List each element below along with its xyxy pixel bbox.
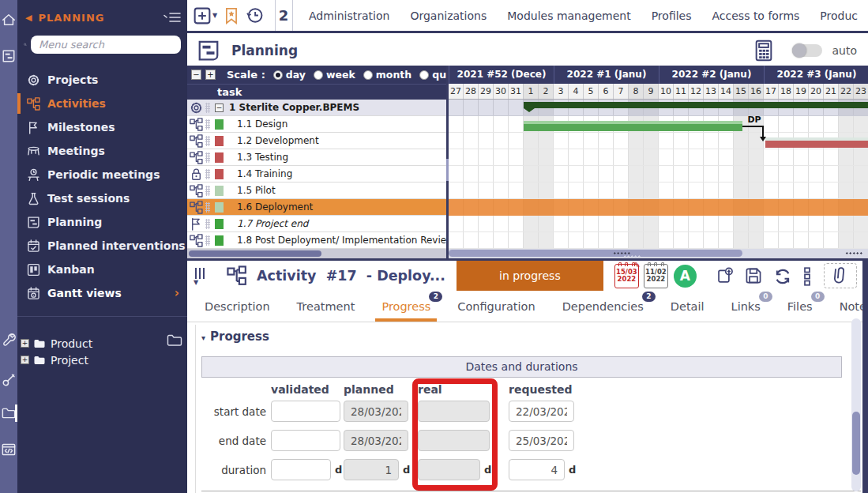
sidebar-item-periodic-meetings[interactable]: Periodic meetings [17,163,187,186]
task-row-1-3-testing[interactable]: 1.3 Testing [187,149,446,166]
chart-hscrollbar[interactable] [449,249,868,258]
menu-item-organizations[interactable]: Organizations [400,9,497,22]
add-time-icon[interactable] [716,267,734,284]
menu-item-modules-management[interactable]: Modules management [497,9,641,22]
tree-item-project[interactable]: +Project [21,352,184,368]
tools-icon[interactable] [2,373,16,387]
tab-detail[interactable]: Detail [671,291,705,322]
start-date-requested-input[interactable] [509,401,574,422]
duration-requested-input[interactable] [509,459,565,480]
add-button[interactable]: ▼ [194,7,217,24]
duration-validated-input[interactable] [271,459,331,480]
task-pane-hscrollbar[interactable] [187,249,446,258]
sidebar-item-projects[interactable]: Projects [17,68,187,92]
task-row-1-1-design[interactable]: 1.1 Design [187,116,446,133]
expand-all-button[interactable]: + [205,70,216,80]
tab-dependencies[interactable]: Dependencies2 [562,291,644,322]
save-icon[interactable] [745,267,762,284]
kebab-menu-icon[interactable] [802,267,813,284]
sidebar-item-planned-interventions[interactable]: Planned interventions [17,234,187,258]
sidebar-item-activities[interactable]: Activities [17,92,187,115]
folder-outline-icon[interactable] [167,333,182,347]
drag-columns-icon[interactable]: ▼ [194,266,208,286]
expand-plus-icon[interactable]: + [21,356,29,364]
bookmark-star-icon[interactable] [224,7,239,24]
notification-count[interactable]: 2 [276,7,292,24]
refresh-icon[interactable] [773,267,791,284]
code-icon[interactable] [2,442,16,457]
calendar-date-icon[interactable]: 11/022022 [644,264,668,288]
drag-handle[interactable] [205,136,210,146]
progress-section-header[interactable]: ▾Progress [201,329,269,344]
task-row-1-8-post-deployment-implementation-review[interactable]: 1.8 Post Deployment/ Implementation Revi… [187,232,446,249]
expand-plus-icon[interactable]: + [21,339,29,348]
menu-item-produc[interactable]: Produc [810,9,868,22]
task-row-1-sterlite-copper-bpems[interactable]: −1 Sterlite Copper.BPEMS [187,100,446,116]
end-date-validated-input[interactable] [271,430,340,451]
drag-handle[interactable] [205,119,210,130]
calendar-date-icon[interactable]: 15/032022✎ [614,264,639,288]
sidebar-item-milestones[interactable]: Milestones [17,115,187,139]
start-date-validated-input[interactable] [271,401,340,422]
sidebar-item-gantt-views[interactable]: Gantt views› [17,281,187,305]
collapse-all-button[interactable]: − [191,70,201,80]
scrollbar-grip[interactable] [845,252,862,254]
scrollbar-grip[interactable] [613,252,630,254]
scrollbar-thumb[interactable] [852,412,860,475]
gantt-task-bar[interactable] [765,137,868,148]
drag-handle[interactable] [205,219,210,229]
week-header-cell: 2022 #1 (Janu) [554,66,659,84]
menu-item-administration[interactable]: Administration [299,9,400,22]
end-date-requested-input[interactable] [509,430,574,451]
home-icon[interactable] [2,13,16,27]
day-header-cell: 29 [479,84,494,99]
gantt-chart[interactable]: DP [449,100,868,249]
day-header-cell: 28 [464,84,479,99]
task-row-1-6-deployment[interactable]: 1.6 Deployment [187,199,446,216]
sidebar-item-meetings[interactable]: Meetings [17,139,187,163]
back-triangle-icon[interactable]: ◀ [25,13,32,23]
gantt-task-bar[interactable] [524,121,742,131]
collapse-menu-icon[interactable] [163,11,181,24]
sidebar-item-kanban[interactable]: Kanban [17,258,187,281]
tree-item-product[interactable]: +Product [21,335,184,352]
search-input[interactable] [31,36,181,54]
planning-icon[interactable] [2,49,16,63]
tab-progress[interactable]: Progress2 [381,291,430,322]
folder-icon[interactable] [2,406,16,420]
task-row-1-5-pilot[interactable]: 1.5 Pilot [187,183,446,199]
history-icon[interactable] [246,6,264,24]
sidebar-item-test-sessions[interactable]: Test sessions [17,186,187,210]
task-row-1-7-project-end[interactable]: 1.7 Project end [187,216,446,232]
tab-description[interactable]: Description [205,291,270,322]
tab-files[interactable]: Files0 [787,291,813,322]
gantt-chart-pane: 2021 #52 (Dece)2022 #1 (Janu)2022 #2 (Ja… [449,66,868,258]
drag-handle[interactable] [205,186,210,196]
calculator-icon[interactable] [753,40,775,62]
task-row-1-4-training[interactable]: 1.4 Training [187,166,446,183]
detail-vscrollbar[interactable] [851,318,861,491]
drag-handle[interactable] [205,169,210,179]
scale-option-day[interactable]: day [273,69,306,81]
sidebar-item-planning[interactable]: Planning [17,210,187,234]
auto-toggle[interactable] [792,44,822,57]
wrench-icon[interactable] [2,332,16,346]
scale-option-week[interactable]: week [314,69,355,81]
panel-resize-grip[interactable] [623,255,641,258]
tab-treatment[interactable]: Treatment [297,291,355,322]
scrollbar-thumb[interactable] [449,250,742,257]
drag-handle[interactable] [205,235,210,246]
menu-item-profiles[interactable]: Profiles [641,9,702,22]
task-row-1-2-development[interactable]: 1.2 Development [187,133,446,149]
drag-handle[interactable] [205,202,210,213]
attachment-dropzone[interactable] [824,263,857,288]
menu-item-access-to-forms[interactable]: Access to forms [702,9,810,22]
drag-handle[interactable] [205,152,210,163]
tab-links[interactable]: Links0 [731,291,761,322]
scale-option-month[interactable]: month [363,69,411,81]
drag-handle[interactable] [205,103,210,113]
tab-configuration[interactable]: Configuration [457,291,535,322]
avatar[interactable]: A [674,265,697,288]
scrollbar-thumb[interactable] [189,250,321,257]
collapse-box[interactable]: − [215,103,224,112]
